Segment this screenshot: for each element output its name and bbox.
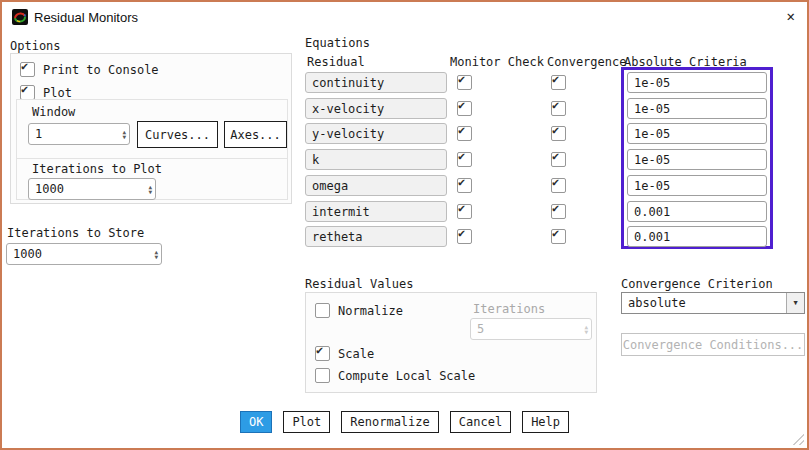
- plot-label: Plot: [43, 86, 72, 100]
- equation-row: x-velocity ✔ ✔ 1e-05: [305, 98, 775, 120]
- stepper-arrows-icon: ▲▼: [584, 324, 588, 334]
- check-icon: ✔: [552, 98, 559, 112]
- iterations-to-plot-stepper[interactable]: 1000 ▲▼: [28, 178, 156, 200]
- monitor-check-checkbox[interactable]: ✔: [457, 229, 472, 244]
- close-icon[interactable]: ✕: [787, 8, 795, 24]
- residual-name-field: y-velocity: [305, 123, 447, 144]
- check-icon: ✔: [552, 123, 559, 137]
- convergence-checkbox[interactable]: ✔: [551, 204, 566, 219]
- residual-name-field: intermit: [305, 201, 447, 222]
- compute-local-scale-row: ✔ Compute Local Scale: [315, 368, 475, 383]
- absolute-criteria-input[interactable]: 1e-05: [627, 123, 767, 144]
- monitor-check-checkbox[interactable]: ✔: [457, 178, 472, 193]
- iterations-to-store-label: Iterations to Store: [7, 226, 144, 240]
- check-icon: ✔: [552, 226, 559, 240]
- monitor-check-checkbox[interactable]: ✔: [457, 204, 472, 219]
- check-icon: ✔: [458, 123, 465, 137]
- residual-name-field: continuity: [305, 72, 447, 93]
- check-icon: ✔: [552, 175, 559, 189]
- iterations-to-plot-label: Iterations to Plot: [32, 162, 162, 176]
- convergence-criterion-select[interactable]: absolute ▼: [621, 292, 805, 314]
- convergence-checkbox[interactable]: ✔: [551, 229, 566, 244]
- iterations-to-plot-value: 1000: [35, 182, 64, 196]
- check-icon: ✔: [552, 149, 559, 163]
- equation-row: continuity ✔ ✔ 1e-05: [305, 72, 775, 94]
- absolute-criteria-input[interactable]: 0.001: [627, 201, 767, 222]
- residual-name-field: k: [305, 149, 447, 170]
- plot-button[interactable]: Plot: [283, 411, 330, 433]
- title-bar[interactable]: Residual Monitors ✕: [2, 2, 807, 32]
- monitor-check-checkbox[interactable]: ✔: [457, 75, 472, 90]
- convergence-checkbox[interactable]: ✔: [551, 101, 566, 116]
- equation-row: retheta ✔ ✔ 0.001: [305, 226, 775, 248]
- check-icon: ✔: [458, 149, 465, 163]
- plot-checkbox[interactable]: ✔: [20, 85, 35, 100]
- stepper-arrows-icon[interactable]: ▲▼: [122, 129, 126, 139]
- axes-button[interactable]: Axes...: [224, 121, 287, 148]
- equation-rows: continuity ✔ ✔ 1e-05 x-velocity ✔ ✔ 1e-0…: [305, 72, 775, 254]
- residual-name-field: x-velocity: [305, 98, 447, 119]
- stepper-arrows-icon[interactable]: ▲▼: [148, 184, 152, 194]
- equation-row: intermit ✔ ✔ 0.001: [305, 201, 775, 223]
- check-icon: ✔: [21, 59, 28, 73]
- absolute-criteria-input[interactable]: 1e-05: [627, 149, 767, 170]
- absolute-criteria-input[interactable]: 1e-05: [627, 98, 767, 119]
- renormalize-button[interactable]: Renormalize: [341, 411, 438, 433]
- iterations-to-store-stepper[interactable]: 1000 ▲▼: [6, 243, 162, 265]
- equation-row: omega ✔ ✔ 1e-05: [305, 175, 775, 197]
- dialog-title: Residual Monitors: [34, 10, 138, 25]
- check-icon: ✔: [458, 201, 465, 215]
- stepper-arrows-icon[interactable]: ▲▼: [154, 249, 158, 259]
- resize-grip[interactable]: [790, 431, 804, 445]
- plot-row: ✔ Plot: [20, 85, 72, 100]
- equation-row: y-velocity ✔ ✔ 1e-05: [305, 123, 775, 145]
- check-icon: ✔: [316, 343, 323, 357]
- window-stepper[interactable]: 1 ▲▼: [28, 123, 130, 145]
- normalize-checkbox[interactable]: ✔: [315, 303, 330, 318]
- convergence-column-header: Convergence: [547, 55, 626, 69]
- scale-row: ✔ Scale: [315, 346, 374, 361]
- monitor-check-column-header: Monitor Check: [450, 55, 544, 69]
- check-icon: ✔: [458, 175, 465, 189]
- window-label: Window: [32, 105, 75, 119]
- cancel-button[interactable]: Cancel: [450, 411, 511, 433]
- window-stepper-value: 1: [35, 127, 42, 141]
- residual-name-field: retheta: [305, 226, 447, 247]
- convergence-checkbox[interactable]: ✔: [551, 75, 566, 90]
- normalize-row: ✔ Normalize: [315, 303, 403, 318]
- print-to-console-label: Print to Console: [43, 63, 159, 77]
- absolute-criteria-input[interactable]: 1e-05: [627, 72, 767, 93]
- absolute-criteria-input[interactable]: 1e-05: [627, 175, 767, 196]
- equation-row: k ✔ ✔ 1e-05: [305, 149, 775, 171]
- convergence-criterion-label: Convergence Criterion: [621, 277, 773, 291]
- absolute-criteria-input[interactable]: 0.001: [627, 226, 767, 247]
- residual-column-header: Residual: [307, 55, 365, 69]
- ok-button[interactable]: OK: [240, 411, 272, 433]
- monitor-check-checkbox[interactable]: ✔: [457, 152, 472, 167]
- normalize-iterations-stepper: 5 ▲▼: [470, 318, 592, 340]
- chevron-down-icon[interactable]: ▼: [786, 293, 804, 313]
- convergence-checkbox[interactable]: ✔: [551, 152, 566, 167]
- monitor-check-checkbox[interactable]: ✔: [457, 126, 472, 141]
- options-group-label: Options: [10, 39, 61, 53]
- footer-button-row: OK Plot Renormalize Cancel Help: [2, 411, 807, 433]
- monitor-check-checkbox[interactable]: ✔: [457, 101, 472, 116]
- scale-label: Scale: [338, 347, 374, 361]
- check-icon: ✔: [458, 98, 465, 112]
- fluent-logo-icon: [12, 9, 28, 25]
- check-icon: ✔: [552, 201, 559, 215]
- check-icon: ✔: [21, 82, 28, 96]
- iterations-label: Iterations: [473, 302, 545, 316]
- curves-button[interactable]: Curves...: [137, 121, 218, 148]
- convergence-checkbox[interactable]: ✔: [551, 126, 566, 141]
- equations-group-label: Equations: [305, 36, 370, 50]
- convergence-checkbox[interactable]: ✔: [551, 178, 566, 193]
- scale-checkbox[interactable]: ✔: [315, 346, 330, 361]
- compute-local-scale-label: Compute Local Scale: [338, 369, 475, 383]
- normalize-iterations-value: 5: [477, 322, 484, 336]
- print-to-console-row: ✔ Print to Console: [20, 62, 159, 77]
- help-button[interactable]: Help: [522, 411, 569, 433]
- residual-monitors-dialog: Residual Monitors ✕ Options ✔ Print to C…: [0, 0, 809, 450]
- compute-local-scale-checkbox[interactable]: ✔: [315, 368, 330, 383]
- print-to-console-checkbox[interactable]: ✔: [20, 62, 35, 77]
